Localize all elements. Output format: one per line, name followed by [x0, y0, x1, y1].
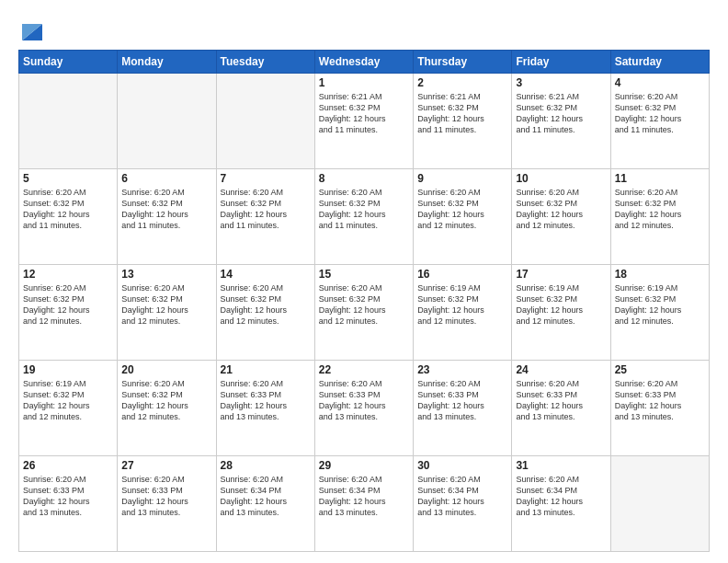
page: SundayMondayTuesdayWednesdayThursdayFrid… [0, 0, 728, 563]
calendar-week-1: 1Sunrise: 6:21 AMSunset: 6:32 PMDaylight… [19, 74, 710, 169]
day-number: 28 [221, 459, 311, 472]
day-number: 6 [121, 172, 211, 185]
day-info: Sunrise: 6:19 AMSunset: 6:32 PMDaylight:… [23, 378, 113, 423]
day-number: 29 [319, 459, 409, 472]
day-info: Sunrise: 6:20 AMSunset: 6:34 PMDaylight:… [516, 474, 606, 519]
day-number: 8 [319, 172, 409, 185]
calendar-cell: 22Sunrise: 6:20 AMSunset: 6:33 PMDayligh… [314, 361, 413, 456]
day-info: Sunrise: 6:19 AMSunset: 6:32 PMDaylight:… [615, 282, 705, 327]
day-number: 13 [121, 268, 211, 281]
day-info: Sunrise: 6:20 AMSunset: 6:33 PMDaylight:… [23, 474, 113, 519]
calendar-week-3: 12Sunrise: 6:20 AMSunset: 6:32 PMDayligh… [19, 265, 710, 361]
day-info: Sunrise: 6:20 AMSunset: 6:32 PMDaylight:… [23, 282, 113, 327]
calendar-cell: 21Sunrise: 6:20 AMSunset: 6:33 PMDayligh… [216, 361, 314, 456]
day-info: Sunrise: 6:20 AMSunset: 6:33 PMDaylight:… [516, 378, 606, 423]
day-info: Sunrise: 6:20 AMSunset: 6:32 PMDaylight:… [121, 282, 211, 327]
calendar-cell: 27Sunrise: 6:20 AMSunset: 6:33 PMDayligh… [118, 456, 216, 552]
calendar-cell: 26Sunrise: 6:20 AMSunset: 6:33 PMDayligh… [19, 456, 118, 552]
day-number: 31 [516, 459, 606, 472]
day-number: 17 [516, 268, 606, 281]
day-info: Sunrise: 6:20 AMSunset: 6:32 PMDaylight:… [615, 187, 705, 232]
calendar-cell: 31Sunrise: 6:20 AMSunset: 6:34 PMDayligh… [512, 456, 610, 552]
day-info: Sunrise: 6:20 AMSunset: 6:33 PMDaylight:… [221, 378, 311, 423]
logo [18, 15, 42, 40]
calendar-week-2: 5Sunrise: 6:20 AMSunset: 6:32 PMDaylight… [19, 169, 710, 265]
day-number: 7 [221, 172, 311, 185]
calendar-cell: 24Sunrise: 6:20 AMSunset: 6:33 PMDayligh… [512, 361, 610, 456]
calendar-cell [610, 456, 709, 552]
calendar-cell: 5Sunrise: 6:20 AMSunset: 6:32 PMDaylight… [19, 169, 118, 265]
day-info: Sunrise: 6:20 AMSunset: 6:33 PMDaylight:… [417, 378, 507, 423]
day-number: 21 [221, 363, 311, 376]
calendar-cell [216, 74, 314, 169]
calendar-cell: 17Sunrise: 6:19 AMSunset: 6:32 PMDayligh… [512, 265, 610, 361]
day-info: Sunrise: 6:21 AMSunset: 6:32 PMDaylight:… [516, 91, 606, 136]
weekday-header-wednesday: Wednesday [314, 51, 413, 74]
day-number: 23 [417, 363, 507, 376]
day-number: 2 [417, 76, 507, 89]
calendar-cell: 10Sunrise: 6:20 AMSunset: 6:32 PMDayligh… [512, 169, 610, 265]
weekday-header-saturday: Saturday [610, 51, 709, 74]
day-info: Sunrise: 6:20 AMSunset: 6:32 PMDaylight:… [221, 187, 311, 232]
day-number: 4 [615, 76, 705, 89]
day-number: 19 [23, 363, 113, 376]
day-number: 18 [615, 268, 705, 281]
day-number: 14 [221, 268, 311, 281]
day-info: Sunrise: 6:20 AMSunset: 6:32 PMDaylight:… [417, 187, 507, 232]
calendar-cell: 2Sunrise: 6:21 AMSunset: 6:32 PMDaylight… [414, 74, 512, 169]
day-number: 1 [319, 76, 409, 89]
day-info: Sunrise: 6:20 AMSunset: 6:32 PMDaylight:… [319, 282, 409, 327]
day-number: 9 [417, 172, 507, 185]
day-info: Sunrise: 6:20 AMSunset: 6:32 PMDaylight:… [121, 187, 211, 232]
calendar-cell: 19Sunrise: 6:19 AMSunset: 6:32 PMDayligh… [19, 361, 118, 456]
day-number: 5 [23, 172, 113, 185]
day-number: 26 [23, 459, 113, 472]
day-info: Sunrise: 6:20 AMSunset: 6:32 PMDaylight:… [23, 187, 113, 232]
logo-icon [22, 15, 42, 40]
day-info: Sunrise: 6:20 AMSunset: 6:32 PMDaylight:… [319, 187, 409, 232]
calendar-cell: 11Sunrise: 6:20 AMSunset: 6:32 PMDayligh… [610, 169, 709, 265]
calendar-cell: 13Sunrise: 6:20 AMSunset: 6:32 PMDayligh… [118, 265, 216, 361]
day-info: Sunrise: 6:20 AMSunset: 6:32 PMDaylight:… [121, 378, 211, 423]
weekday-header-row: SundayMondayTuesdayWednesdayThursdayFrid… [19, 51, 710, 74]
day-number: 25 [615, 363, 705, 376]
day-info: Sunrise: 6:21 AMSunset: 6:32 PMDaylight:… [417, 91, 507, 136]
calendar-cell: 15Sunrise: 6:20 AMSunset: 6:32 PMDayligh… [314, 265, 413, 361]
calendar-cell: 4Sunrise: 6:20 AMSunset: 6:32 PMDaylight… [610, 74, 709, 169]
day-info: Sunrise: 6:20 AMSunset: 6:33 PMDaylight:… [121, 474, 211, 519]
calendar-cell: 18Sunrise: 6:19 AMSunset: 6:32 PMDayligh… [610, 265, 709, 361]
calendar-table: SundayMondayTuesdayWednesdayThursdayFrid… [18, 50, 710, 552]
calendar-cell: 29Sunrise: 6:20 AMSunset: 6:34 PMDayligh… [314, 456, 413, 552]
calendar-cell: 16Sunrise: 6:19 AMSunset: 6:32 PMDayligh… [414, 265, 512, 361]
day-number: 20 [121, 363, 211, 376]
day-number: 27 [121, 459, 211, 472]
calendar-cell [118, 74, 216, 169]
day-number: 22 [319, 363, 409, 376]
day-number: 10 [516, 172, 606, 185]
day-info: Sunrise: 6:19 AMSunset: 6:32 PMDaylight:… [417, 282, 507, 327]
calendar-cell: 28Sunrise: 6:20 AMSunset: 6:34 PMDayligh… [216, 456, 314, 552]
day-info: Sunrise: 6:20 AMSunset: 6:34 PMDaylight:… [417, 474, 507, 519]
calendar-cell: 30Sunrise: 6:20 AMSunset: 6:34 PMDayligh… [414, 456, 512, 552]
calendar-cell: 23Sunrise: 6:20 AMSunset: 6:33 PMDayligh… [414, 361, 512, 456]
calendar-cell: 6Sunrise: 6:20 AMSunset: 6:32 PMDaylight… [118, 169, 216, 265]
day-number: 3 [516, 76, 606, 89]
day-number: 24 [516, 363, 606, 376]
calendar-cell [19, 74, 118, 169]
day-info: Sunrise: 6:20 AMSunset: 6:34 PMDaylight:… [319, 474, 409, 519]
day-info: Sunrise: 6:20 AMSunset: 6:32 PMDaylight:… [516, 187, 606, 232]
day-number: 16 [417, 268, 507, 281]
day-info: Sunrise: 6:20 AMSunset: 6:32 PMDaylight:… [615, 91, 705, 136]
weekday-header-sunday: Sunday [19, 51, 118, 74]
calendar-cell: 14Sunrise: 6:20 AMSunset: 6:32 PMDayligh… [216, 265, 314, 361]
calendar-cell: 20Sunrise: 6:20 AMSunset: 6:32 PMDayligh… [118, 361, 216, 456]
calendar-cell: 25Sunrise: 6:20 AMSunset: 6:33 PMDayligh… [610, 361, 709, 456]
day-info: Sunrise: 6:21 AMSunset: 6:32 PMDaylight:… [319, 91, 409, 136]
calendar-cell: 3Sunrise: 6:21 AMSunset: 6:32 PMDaylight… [512, 74, 610, 169]
weekday-header-monday: Monday [118, 51, 216, 74]
day-info: Sunrise: 6:20 AMSunset: 6:33 PMDaylight:… [319, 378, 409, 423]
header [18, 15, 710, 40]
calendar-cell: 1Sunrise: 6:21 AMSunset: 6:32 PMDaylight… [314, 74, 413, 169]
day-number: 30 [417, 459, 507, 472]
day-number: 12 [23, 268, 113, 281]
